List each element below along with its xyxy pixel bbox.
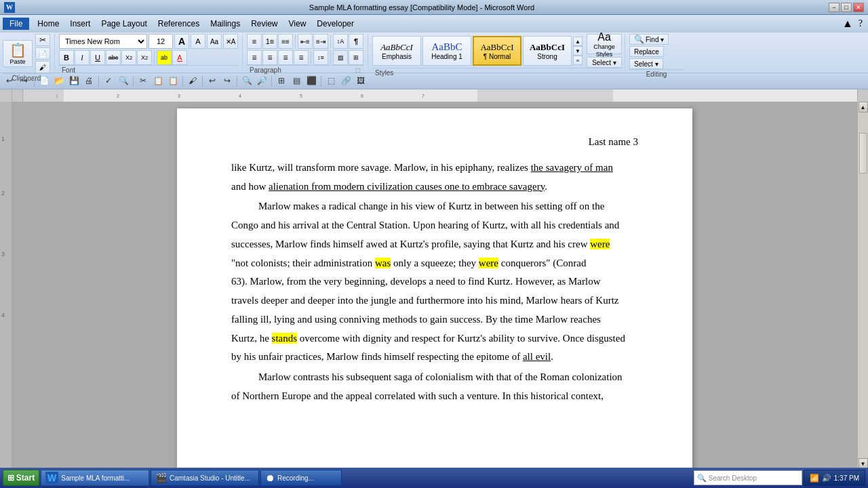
shading-button[interactable]: ▨	[333, 50, 348, 65]
left-margin: 1 2 3 4	[0, 102, 12, 469]
maximize-button[interactable]: □	[841, 3, 852, 12]
menu-references[interactable]: References	[153, 18, 205, 30]
clear-format-button[interactable]: ✕A	[223, 34, 238, 49]
align-left-button[interactable]: ≡	[247, 50, 262, 65]
align-right-button[interactable]: ≡	[278, 50, 293, 65]
qa-format[interactable]: 🖌	[186, 75, 199, 87]
justify-button[interactable]: ≡	[294, 50, 309, 65]
numbering-button[interactable]: 1≡	[262, 34, 277, 49]
qa-redo2[interactable]: ↪	[220, 75, 234, 87]
style-gallery-down[interactable]: ▼	[573, 46, 583, 56]
qa-print[interactable]: 🖨	[82, 75, 96, 87]
font-grow-button[interactable]: A	[174, 34, 189, 49]
qa-cols[interactable]: ▤	[290, 75, 303, 87]
font-section: Times New Rom A A Aa ✕A B I U abc X2 X2 …	[59, 34, 243, 69]
desktop-search[interactable]: 🔍 Search Desktop	[694, 470, 802, 485]
copy-button[interactable]: 📄	[35, 47, 50, 60]
strikethrough-button[interactable]: abc	[106, 50, 121, 65]
close-button[interactable]: ✕	[853, 3, 864, 12]
style-gallery-more[interactable]: ≡	[573, 56, 583, 65]
underline-button[interactable]: U	[90, 50, 105, 65]
qa-research[interactable]: 🔍	[117, 75, 130, 87]
line-spacing-button[interactable]: ↕≡	[313, 50, 328, 65]
multilevel-list-button[interactable]: ≡≡	[278, 34, 293, 49]
select-button[interactable]: Select ▾	[587, 57, 622, 68]
paragraph-3: Marlow makes a radical change in his vie…	[231, 197, 638, 216]
paragraph-9: falling ill, lying and using conniving m…	[231, 310, 638, 329]
increase-indent-button[interactable]: ≡⇥	[313, 34, 328, 49]
style-heading1[interactable]: AaBbC Heading 1	[422, 36, 471, 66]
qa-zoom-out[interactable]: 🔎	[255, 75, 269, 87]
font-case-button[interactable]: Aa	[207, 34, 222, 49]
qa-new[interactable]: 📄	[37, 75, 51, 87]
find-button[interactable]: 🔍 Find ▾	[629, 34, 669, 45]
qa-paste[interactable]: 📋	[166, 75, 180, 87]
minimize-button[interactable]: −	[829, 3, 840, 12]
scroll-thumb[interactable]	[859, 133, 867, 174]
subscript-button[interactable]: X2	[121, 50, 136, 65]
qa-undo2[interactable]: ↩	[205, 75, 219, 87]
style-emphasis[interactable]: AaBbCcI Emphasis	[372, 36, 421, 66]
start-button[interactable]: ⊞ Start	[3, 470, 39, 486]
scroll-up-button[interactable]: ▲	[859, 102, 868, 113]
style-strong[interactable]: AaBbCcI Strong	[523, 36, 572, 66]
qa-redo[interactable]: ↪	[18, 75, 31, 87]
bullets-button[interactable]: ≡	[247, 34, 262, 49]
menu-view[interactable]: View	[283, 18, 312, 30]
qa-spell[interactable]: ✓	[102, 75, 115, 87]
sort-button[interactable]: ↕A	[333, 34, 348, 49]
taskbar-recording-btn[interactable]: ⏺ Recording...	[260, 470, 342, 486]
menu-review[interactable]: Review	[245, 18, 283, 30]
ribbon-collapse-button[interactable]: ▲	[840, 16, 856, 31]
menu-insert[interactable]: Insert	[64, 18, 96, 30]
replace-button[interactable]: Replace	[629, 46, 664, 57]
qa-undo[interactable]: ↩	[3, 75, 16, 87]
highlight-button[interactable]: ab	[157, 50, 172, 65]
menu-mailings[interactable]: Mailings	[205, 18, 245, 30]
taskbar-camtasia-btn[interactable]: 🎬 Camtasia Studio - Untitle...	[151, 470, 259, 486]
menu-file[interactable]: File	[3, 18, 29, 30]
qa-save[interactable]: 💾	[67, 75, 81, 87]
clipboard-sub-buttons: ✂ 📄 🖌	[35, 34, 50, 73]
superscript-button[interactable]: X2	[137, 50, 152, 65]
qa-border[interactable]: ⬛	[304, 75, 318, 87]
format-painter-button[interactable]: 🖌	[35, 61, 50, 73]
qa-insert[interactable]: ⬚	[324, 75, 338, 87]
clipboard-section: 📋 Paste ✂ 📄 🖌 Clipboard	[3, 34, 55, 69]
highlight-were-1: were	[590, 239, 610, 249]
qa-zoom-in[interactable]: 🔍	[240, 75, 254, 87]
menu-developer[interactable]: Developer	[311, 18, 359, 30]
highlight-stands: stands	[272, 333, 298, 344]
qa-pic[interactable]: 🖼	[354, 75, 368, 87]
help-button[interactable]: ?	[856, 17, 865, 30]
font-name-selector[interactable]: Times New Rom	[59, 34, 147, 49]
font-size-input[interactable]	[149, 34, 173, 49]
qa-copy[interactable]: 📋	[151, 75, 165, 87]
window-title: Sample MLA formatting essay [Compatibili…	[15, 3, 829, 12]
window-controls[interactable]: − □ ✕	[829, 3, 864, 12]
italic-button[interactable]: I	[75, 50, 90, 65]
document-scroll-area[interactable]: Last name 3 like Kurtz, will transform m…	[12, 102, 857, 469]
bold-button[interactable]: B	[59, 50, 74, 65]
menu-home[interactable]: Home	[32, 18, 64, 30]
align-center-button[interactable]: ≡	[262, 50, 277, 65]
border-button[interactable]: ⊞	[349, 50, 363, 65]
change-styles-button[interactable]: Aa Change Styles	[587, 34, 622, 54]
cut-button[interactable]: ✂	[35, 34, 50, 46]
qa-open[interactable]: 📂	[52, 75, 66, 87]
font-color-button[interactable]: A	[172, 50, 187, 65]
style-normal[interactable]: AaBbCcI ¶ Normal	[473, 36, 521, 66]
qa-table[interactable]: ⊞	[275, 75, 288, 87]
select-all-button[interactable]: Select ▾	[629, 58, 663, 69]
taskbar-word-btn[interactable]: W Sample MLA formatti...	[41, 470, 149, 486]
style-gallery-up[interactable]: ▲	[573, 37, 583, 46]
qa-link[interactable]: 🔗	[339, 75, 353, 87]
font-shrink-button[interactable]: A	[191, 34, 205, 49]
menu-page-layout[interactable]: Page Layout	[96, 18, 152, 30]
show-hide-button[interactable]: ¶	[349, 34, 363, 49]
decrease-indent-button[interactable]: ⇤≡	[298, 34, 313, 49]
paste-button[interactable]: 📋 Paste	[3, 40, 33, 67]
paragraph-dialog-launcher[interactable]: ⬚	[355, 67, 361, 73]
vertical-scrollbar[interactable]: ▲ ▼	[857, 102, 868, 469]
qa-cut[interactable]: ✂	[136, 75, 150, 87]
